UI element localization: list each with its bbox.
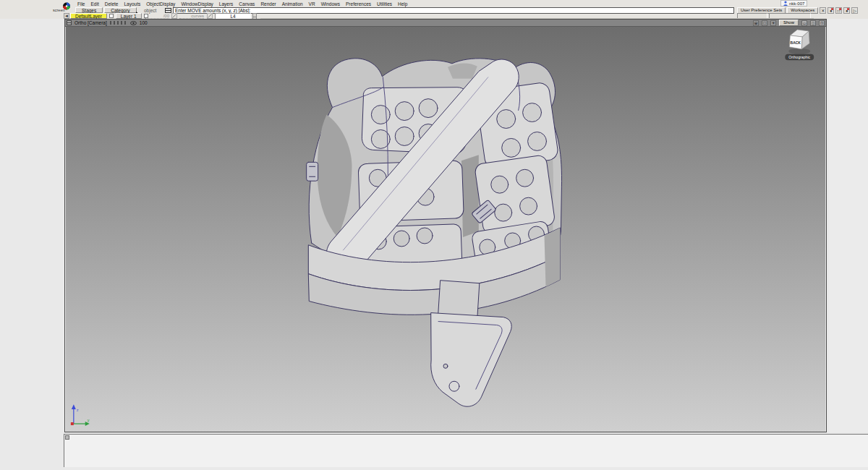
diagonal-slope-icon-2 xyxy=(207,13,213,19)
menu-layouts[interactable]: Layouts xyxy=(122,1,142,7)
menu-edit[interactable]: Edit xyxy=(89,1,100,7)
layer-scroll-left-button[interactable]: ◄ xyxy=(64,13,69,19)
stage-tabs: Stages Category xyxy=(75,7,137,13)
viewcube-face-label: BACK xyxy=(791,40,801,45)
pick-arrow-icon[interactable] xyxy=(135,7,141,13)
layer-bar: DefaultLayer Layer 1 xyxy=(70,13,148,19)
promptline-history-panel xyxy=(64,434,868,467)
menu-animation[interactable]: Animation xyxy=(281,1,305,7)
viewport-header[interactable]: Ortho [Camera] 100 ⊞ □ ✳ Show ▭ ◫ ⊡ xyxy=(65,20,826,27)
user-badge[interactable]: nkk-007 xyxy=(780,0,807,7)
viewport-zoom-value: 100 xyxy=(140,20,148,25)
viewport-drag-grip[interactable] xyxy=(110,21,127,25)
diagonal-slope-icon-1 xyxy=(171,13,177,19)
keyboard-icon[interactable] xyxy=(165,8,171,13)
panel-corner-icon[interactable] xyxy=(65,435,69,440)
eye-icon[interactable] xyxy=(130,21,137,25)
viewcube-mode-label: Orthographic xyxy=(788,55,810,59)
menubar: File Edit Delete Layouts ObjectDisplay W… xyxy=(76,1,409,7)
menu-canvas[interactable]: Canvas xyxy=(237,1,256,7)
left-empty-column xyxy=(0,0,62,470)
viewport-title[interactable]: Ortho [Camera] xyxy=(75,20,107,25)
viewport-menu-icon[interactable] xyxy=(67,20,72,25)
axis-right-label: y xyxy=(88,418,90,422)
viewport-canvas[interactable]: BACK Orthographic z y xyxy=(65,27,826,432)
sync-share-icon-3[interactable]: ● xyxy=(843,7,850,14)
sync-share-icon-2[interactable]: ⚏ xyxy=(835,7,842,14)
menu-vr[interactable]: VR xyxy=(307,1,317,7)
window-close-icon[interactable]: ✕ xyxy=(820,7,826,14)
pick-mode-label: object xyxy=(144,8,156,13)
menu-utilities[interactable]: Utilities xyxy=(375,1,393,7)
dim-field-00: /00 xyxy=(145,14,169,19)
tab-category[interactable]: Category xyxy=(104,7,136,13)
flower-menu-icon[interactable]: ✳ xyxy=(770,20,776,26)
grid-toggle-icon[interactable]: ⊞ xyxy=(753,20,759,26)
menu-windows[interactable]: Windows xyxy=(320,1,341,7)
menu-render[interactable]: Render xyxy=(259,1,277,7)
menu-objectdisplay[interactable]: ObjectDisplay xyxy=(145,1,176,7)
user-name: nkk-007 xyxy=(789,1,804,6)
app-root: File Edit Delete Layouts ObjectDisplay W… xyxy=(0,0,868,470)
pane-split-icon[interactable]: ◫ xyxy=(810,20,816,26)
toolbar-strip: File Edit Delete Layouts ObjectDisplay W… xyxy=(0,0,868,19)
menu-file[interactable]: File xyxy=(76,1,86,7)
layer-tab-layer1[interactable]: Layer 1 xyxy=(116,13,142,19)
screen-label: screen xyxy=(53,8,65,12)
viewport: Ortho [Camera] 100 ⊞ □ ✳ Show ▭ ◫ ⊡ xyxy=(64,19,827,432)
right-empty-column xyxy=(829,0,868,432)
layer-checkbox-default[interactable] xyxy=(109,14,114,18)
menu-delete[interactable]: Delete xyxy=(103,1,120,7)
menu-help[interactable]: Help xyxy=(396,1,409,7)
user-icon xyxy=(783,1,788,6)
menu-layers[interactable]: Layers xyxy=(218,1,235,7)
frame-toggle-icon[interactable]: □ xyxy=(762,20,767,26)
tab-stages[interactable]: Stages xyxy=(75,7,103,13)
dim-field-curves: curves xyxy=(179,14,204,19)
layer-tab-defaultlayer[interactable]: DefaultLayer xyxy=(70,13,107,19)
play-flag-icon[interactable]: ▷ xyxy=(851,7,858,14)
menu-windowdisplay[interactable]: WindowDisplay xyxy=(179,1,214,7)
pane-expand-icon[interactable]: ⊡ xyxy=(819,20,825,26)
show-button[interactable]: Show xyxy=(779,20,799,26)
menu-preferences[interactable]: Preferences xyxy=(344,1,373,7)
promptline-input[interactable]: Enter MOVE amounts (x, y, z) [Abs]: xyxy=(173,7,734,14)
axis-up-label: z xyxy=(77,408,79,412)
alias-logo-icon xyxy=(61,0,74,8)
pane-single-icon[interactable]: ▭ xyxy=(801,20,807,26)
sync-share-icon-1[interactable]: ● xyxy=(827,7,834,14)
